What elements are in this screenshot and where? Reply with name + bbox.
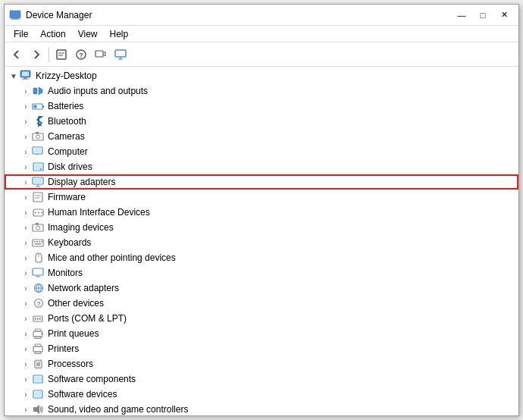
- monitor-icon: [114, 49, 127, 61]
- list-item[interactable]: › Imaging devices: [5, 220, 518, 235]
- svg-rect-70: [33, 346, 42, 352]
- list-item[interactable]: › Firmware: [5, 190, 518, 205]
- network-label: Network adapters: [48, 283, 119, 293]
- list-item[interactable]: › Printers: [5, 341, 518, 356]
- menu-file[interactable]: File: [8, 27, 34, 41]
- softwaredev-expand[interactable]: ›: [20, 387, 32, 402]
- svg-rect-63: [35, 318, 36, 320]
- printqueues-label: Print queues: [48, 328, 99, 339]
- svg-rect-50: [41, 241, 42, 243]
- display-adapters-label: Display adapters: [48, 177, 115, 187]
- list-item[interactable]: › Network adapters: [5, 281, 518, 296]
- cameras-icon: [32, 130, 45, 143]
- root-expand-arrow[interactable]: ▼: [8, 68, 20, 83]
- firmware-expand[interactable]: ›: [20, 190, 32, 205]
- monitors-expand[interactable]: ›: [20, 265, 32, 281]
- imaging-expand[interactable]: ›: [20, 220, 32, 235]
- audio-expand[interactable]: ›: [20, 83, 32, 99]
- svg-rect-74: [36, 362, 40, 366]
- other-expand[interactable]: ›: [20, 296, 32, 311]
- properties-button[interactable]: [52, 45, 70, 64]
- list-item[interactable]: › Monitors: [5, 265, 518, 281]
- firmware-label: Firmware: [48, 192, 86, 202]
- softwarecomp-expand[interactable]: ›: [20, 371, 32, 387]
- mice-icon: [32, 251, 45, 265]
- window-icon: [9, 9, 21, 21]
- content-area[interactable]: ▼ Krizzy-Desktop ›: [5, 67, 518, 415]
- svg-point-24: [36, 135, 40, 139]
- printqueues-expand[interactable]: ›: [20, 326, 32, 341]
- svg-rect-23: [33, 133, 43, 140]
- bluetooth-expand[interactable]: ›: [20, 114, 32, 129]
- back-button[interactable]: [8, 45, 26, 64]
- list-item[interactable]: › Disk drives: [5, 159, 518, 174]
- batteries-label: Batteries: [48, 101, 83, 111]
- help-button[interactable]: ?: [72, 45, 90, 64]
- list-item[interactable]: › Keyboards: [5, 235, 518, 250]
- mice-expand[interactable]: ›: [20, 250, 32, 265]
- svg-rect-51: [35, 243, 41, 245]
- display-expand[interactable]: ›: [20, 174, 32, 190]
- processors-expand[interactable]: ›: [20, 356, 32, 371]
- softwaredev-label: Software devices: [48, 389, 117, 400]
- diskdrives-expand[interactable]: ›: [20, 159, 32, 174]
- properties-icon: [55, 49, 67, 61]
- softwaredev-icon: [32, 387, 45, 401]
- forward-button[interactable]: [27, 45, 45, 64]
- printqueues-icon: [32, 327, 45, 340]
- keyboards-expand[interactable]: ›: [20, 235, 32, 250]
- list-item[interactable]: › Batteries: [5, 99, 518, 114]
- other-label: Other devices: [48, 298, 104, 309]
- battery-icon: [32, 99, 45, 113]
- list-item[interactable]: › Processors: [5, 356, 518, 371]
- list-item[interactable]: › Computer: [5, 144, 518, 159]
- diskdrives-label: Disk drives: [48, 161, 92, 172]
- list-item[interactable]: › Software components: [5, 371, 518, 387]
- ports-label: Ports (COM & LPT): [48, 313, 127, 324]
- sound-icon: [32, 403, 45, 415]
- list-item[interactable]: › Human Interface Devices: [5, 205, 518, 220]
- network-expand[interactable]: ›: [20, 281, 32, 296]
- imaging-icon: [32, 221, 45, 234]
- list-item[interactable]: › Mice and other pointing devices: [5, 250, 518, 265]
- menu-action[interactable]: Action: [34, 27, 71, 41]
- batteries-expand[interactable]: ›: [20, 99, 32, 114]
- svg-point-42: [41, 212, 42, 214]
- mice-label: Mice and other pointing devices: [48, 252, 176, 263]
- device-manager-window: Device Manager — □ ✕ File Action View He…: [4, 4, 519, 416]
- svg-rect-0: [10, 11, 20, 18]
- list-item[interactable]: › Print queues: [5, 326, 518, 341]
- maximize-button[interactable]: □: [473, 8, 493, 23]
- computer-expand[interactable]: ›: [20, 144, 32, 159]
- menu-bar: File Action View Help: [5, 26, 518, 42]
- list-item[interactable]: › Sound, video and game controllers: [5, 402, 518, 415]
- svg-rect-49: [39, 241, 40, 243]
- sound-label: Sound, video and game controllers: [48, 404, 188, 415]
- svg-rect-45: [36, 223, 39, 225]
- scan-button[interactable]: [92, 45, 110, 64]
- tree-root[interactable]: ▼ Krizzy-Desktop: [5, 68, 518, 83]
- list-item[interactable]: › ? Other devices: [5, 296, 518, 311]
- computer-icon: [20, 69, 33, 83]
- monitor-button[interactable]: [111, 45, 130, 64]
- list-item[interactable]: › Audio inputs and outputs: [5, 83, 518, 99]
- minimize-button[interactable]: —: [452, 8, 471, 23]
- menu-view[interactable]: View: [72, 27, 104, 41]
- sound-expand[interactable]: ›: [20, 402, 32, 415]
- close-button[interactable]: ✕: [494, 8, 514, 23]
- svg-rect-28: [36, 154, 39, 155]
- list-item[interactable]: › Ports (COM & LPT): [5, 311, 518, 326]
- printers-expand[interactable]: ›: [20, 341, 32, 356]
- audio-icon: [32, 84, 45, 98]
- svg-rect-65: [39, 318, 41, 320]
- svg-point-31: [40, 168, 42, 170]
- list-item[interactable]: › Bluetooth: [5, 114, 518, 129]
- display-adapters-item[interactable]: › Display adapters: [5, 174, 518, 190]
- cameras-expand[interactable]: ›: [20, 129, 32, 144]
- ports-expand[interactable]: ›: [20, 311, 32, 326]
- hid-expand[interactable]: ›: [20, 205, 32, 220]
- list-item[interactable]: › Cameras: [5, 129, 518, 144]
- list-item[interactable]: › Software devices: [5, 387, 518, 402]
- menu-help[interactable]: Help: [104, 27, 135, 41]
- cameras-label: Cameras: [48, 131, 85, 142]
